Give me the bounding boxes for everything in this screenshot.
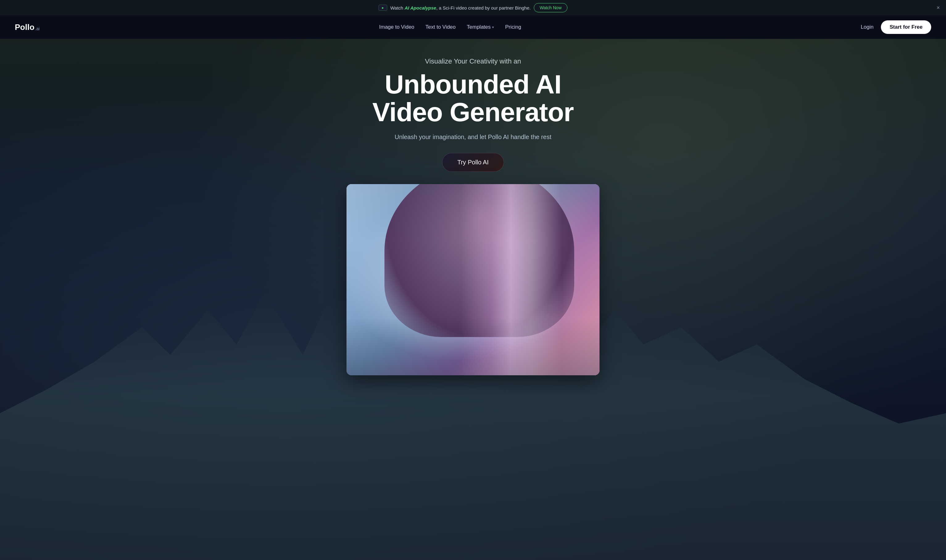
logo-suffix: .ai	[35, 26, 40, 31]
video-overlay	[347, 184, 599, 375]
hero-description: Unleash your imagination, and let Pollo …	[334, 134, 612, 141]
nav-text-to-video[interactable]: Text to Video	[425, 24, 456, 30]
hero-video-preview[interactable]	[347, 184, 599, 375]
nav-templates-label: Templates	[467, 24, 491, 30]
chevron-down-icon: ▾	[492, 25, 494, 29]
nav-links: Image to Video Text to Video Templates ▾…	[379, 24, 521, 30]
hero-title-line2: Video Generator	[373, 97, 574, 127]
nav-templates[interactable]: Templates ▾	[467, 24, 494, 30]
navbar: Pollo.ai Image to Video Text to Video Te…	[0, 15, 946, 39]
announcement-text: Watch AI Apocalypse, a Sci-Fi video crea…	[390, 5, 531, 11]
nav-pricing[interactable]: Pricing	[505, 24, 521, 30]
hero-content: Visualize Your Creativity with an Unboun…	[334, 39, 612, 172]
announcement-bar: Watch AI Apocalypse, a Sci-Fi video crea…	[0, 0, 946, 15]
hero-subtitle: Visualize Your Creativity with an	[334, 57, 612, 65]
start-free-button[interactable]: Start for Free	[881, 20, 931, 34]
announcement-post-text: , a Sci-Fi video created by our partner …	[436, 5, 531, 11]
nav-image-to-video[interactable]: Image to Video	[379, 24, 414, 30]
close-announcement-button[interactable]: ×	[937, 5, 940, 11]
announcement-pre-text: Watch	[390, 5, 405, 11]
login-link[interactable]: Login	[861, 24, 874, 30]
hero-section: Visualize Your Creativity with an Unboun…	[0, 39, 946, 560]
try-pollo-button[interactable]: Try Pollo AI	[442, 153, 504, 172]
video-preview-inner	[347, 184, 599, 375]
logo-text: Pollo	[15, 23, 35, 32]
video-icon	[379, 5, 387, 11]
watch-now-button[interactable]: Watch Now	[534, 3, 567, 12]
hero-title-line1: Unbounded AI	[385, 69, 561, 99]
hero-title: Unbounded AI Video Generator	[334, 70, 612, 126]
logo[interactable]: Pollo.ai	[15, 23, 40, 32]
nav-right: Login Start for Free	[861, 20, 931, 34]
announcement-highlight: AI Apocalypse	[405, 5, 436, 11]
